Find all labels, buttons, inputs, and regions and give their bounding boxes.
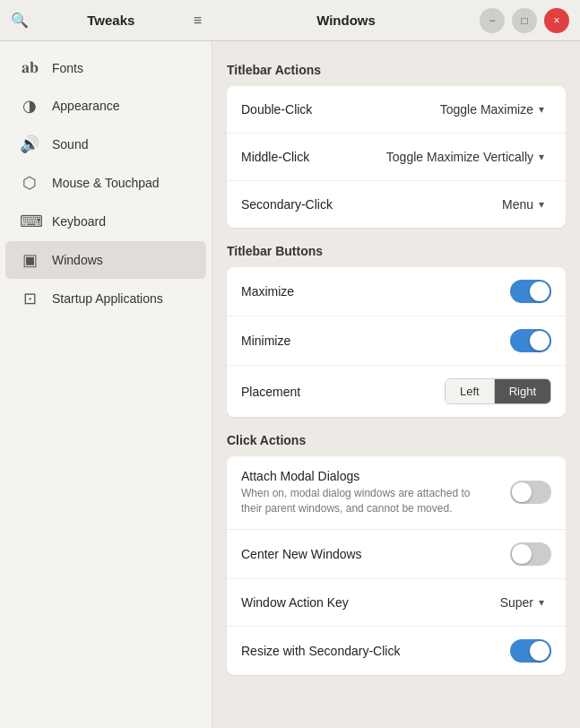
sidebar-item-label: Windows [52, 253, 103, 267]
resize-secondary-label: Resize with Secondary-Click [241, 644, 510, 658]
chevron-down-icon: ▾ [539, 198, 544, 211]
titlebar-buttons-card: Maximize Minimize Placement Left Right [227, 267, 566, 417]
double-click-row: Double-Click Toggle Maximize ▾ [227, 86, 566, 134]
double-click-label: Double-Click [241, 102, 433, 117]
close-button[interactable]: × [544, 8, 569, 33]
placement-label: Placement [241, 385, 445, 399]
window-controls: − □ × [480, 8, 580, 33]
sidebar-item-windows[interactable]: ▣ Windows [5, 241, 206, 279]
secondary-click-value: Menu [502, 197, 533, 212]
maximize-row: Maximize [227, 267, 566, 316]
minimize-button[interactable]: − [480, 8, 505, 33]
attach-modal-toggle[interactable] [510, 481, 551, 504]
maximize-button[interactable]: □ [512, 8, 537, 33]
fonts-icon: 𝐚𝐛 [20, 58, 39, 77]
sidebar-item-label: Keyboard [52, 214, 106, 229]
double-click-value: Toggle Maximize [440, 102, 533, 117]
minimize-row: Minimize [227, 316, 566, 366]
sidebar-item-sound[interactable]: 🔊 Sound [5, 126, 206, 163]
app-title: Tweaks [39, 13, 183, 28]
keyboard-icon: ⌨ [20, 212, 39, 231]
placement-row: Placement Left Right [227, 366, 566, 417]
sidebar-item-label: Startup Applications [52, 291, 163, 306]
titlebar-actions-card: Double-Click Toggle Maximize ▾ Middle-Cl… [227, 86, 566, 228]
resize-secondary-toggle[interactable] [510, 639, 551, 663]
main-layout: 𝐚𝐛 Fonts ◑ Appearance 🔊 Sound ⬡ Mouse & … [0, 41, 580, 728]
placement-group: Left Right [445, 378, 551, 404]
middle-click-dropdown[interactable]: Toggle Maximize Vertically ▾ [379, 146, 551, 168]
sidebar-item-keyboard[interactable]: ⌨ Keyboard [5, 203, 206, 240]
sidebar-item-label: Appearance [52, 99, 120, 113]
center-new-row: Center New Windows [227, 530, 566, 579]
attach-modal-label: Attach Modal Dialogs [241, 469, 510, 483]
sidebar-item-appearance[interactable]: ◑ Appearance [5, 87, 206, 125]
center-new-toggle[interactable] [510, 542, 551, 566]
sidebar-item-fonts[interactable]: 𝐚𝐛 Fonts [5, 49, 206, 86]
window-action-key-dropdown[interactable]: Super ▾ [493, 592, 551, 613]
minimize-toggle[interactable] [510, 329, 551, 352]
menu-icon[interactable]: ≡ [194, 13, 202, 29]
placement-right-button[interactable]: Right [495, 379, 550, 403]
attach-modal-row: Attach Modal Dialogs When on, modal dial… [227, 456, 566, 530]
titlebar: 🔍 Tweaks ≡ Windows − □ × [0, 0, 580, 41]
chevron-down-icon: ▾ [539, 103, 544, 116]
minimize-label: Minimize [241, 334, 510, 348]
secondary-click-label: Secondary-Click [241, 197, 495, 212]
windows-icon: ▣ [20, 250, 39, 270]
secondary-click-dropdown[interactable]: Menu ▾ [495, 194, 551, 215]
sidebar-item-label: Mouse & Touchpad [52, 176, 160, 190]
sidebar: 𝐚𝐛 Fonts ◑ Appearance 🔊 Sound ⬡ Mouse & … [0, 41, 212, 728]
search-icon[interactable]: 🔍 [11, 12, 29, 29]
maximize-label: Maximize [241, 284, 510, 299]
attach-modal-label-group: Attach Modal Dialogs When on, modal dial… [241, 469, 510, 516]
content-area: Titlebar Actions Double-Click Toggle Max… [212, 41, 580, 728]
secondary-click-row: Secondary-Click Menu ▾ [227, 181, 566, 228]
window-action-key-value: Super [500, 595, 533, 610]
titlebar-left: 🔍 Tweaks ≡ [0, 12, 212, 29]
page-title: Windows [212, 13, 480, 28]
mouse-icon: ⬡ [20, 173, 39, 193]
placement-left-button[interactable]: Left [446, 379, 495, 403]
window-action-key-label: Window Action Key [241, 595, 493, 610]
resize-secondary-row: Resize with Secondary-Click [227, 627, 566, 675]
double-click-dropdown[interactable]: Toggle Maximize ▾ [433, 99, 551, 120]
maximize-toggle[interactable] [510, 280, 551, 303]
chevron-down-icon: ▾ [539, 151, 544, 163]
click-actions-card: Attach Modal Dialogs When on, modal dial… [227, 456, 566, 675]
middle-click-value: Toggle Maximize Vertically [386, 150, 533, 164]
sidebar-item-mouse[interactable]: ⬡ Mouse & Touchpad [5, 164, 206, 202]
middle-click-row: Middle-Click Toggle Maximize Vertically … [227, 134, 566, 181]
sidebar-item-label: Sound [52, 137, 88, 152]
attach-modal-sublabel: When on, modal dialog windows are attach… [241, 486, 474, 516]
sound-icon: 🔊 [20, 134, 39, 154]
sidebar-item-label: Fonts [52, 61, 83, 75]
chevron-down-icon: ▾ [539, 596, 544, 609]
appearance-icon: ◑ [20, 96, 39, 116]
click-actions-title: Click Actions [227, 433, 566, 447]
sidebar-item-startup[interactable]: ⊡ Startup Applications [5, 280, 206, 317]
window-action-key-row: Window Action Key Super ▾ [227, 579, 566, 627]
startup-icon: ⊡ [20, 289, 39, 308]
middle-click-label: Middle-Click [241, 150, 379, 164]
center-new-label: Center New Windows [241, 547, 510, 561]
titlebar-actions-title: Titlebar Actions [227, 63, 566, 77]
titlebar-buttons-title: Titlebar Buttons [227, 244, 566, 258]
